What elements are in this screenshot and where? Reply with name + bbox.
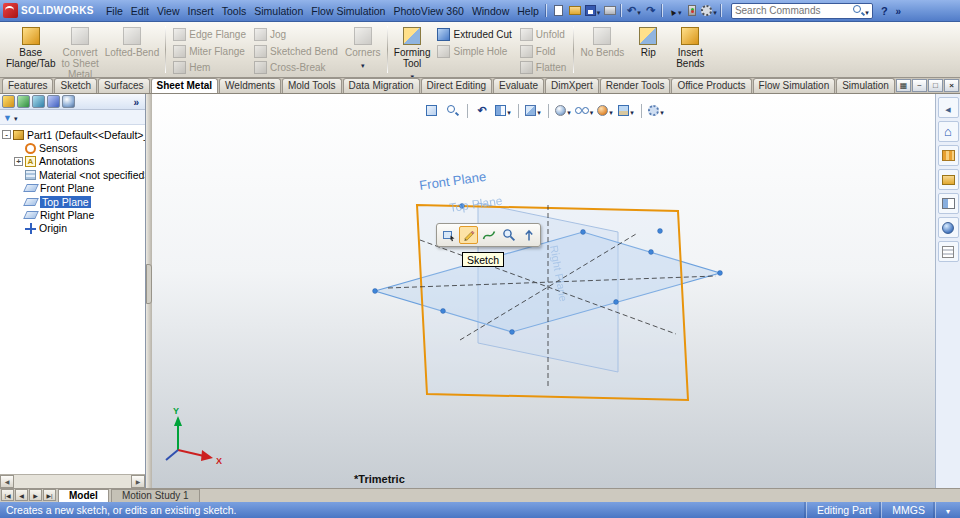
apply-scene-icon[interactable] [617,102,636,119]
3d-sketch-icon[interactable] [479,226,498,244]
new-document-icon[interactable] [550,2,567,20]
tab-mold-tools[interactable]: Mold Tools [282,78,342,93]
rip-button[interactable]: Rip [627,23,669,76]
tree-item-front-plane[interactable]: Front Plane [0,182,145,195]
hem-button[interactable]: Hem [169,59,250,76]
previous-tab-icon[interactable] [15,489,28,501]
filter-dropdown-icon[interactable] [14,111,18,123]
tab-data-migration[interactable]: Data Migration [343,78,420,93]
hide-show-items-icon[interactable] [575,102,594,119]
appearances-icon[interactable] [938,217,959,238]
tree-item-right-plane[interactable]: Right Plane [0,208,145,221]
section-view-icon[interactable] [494,102,513,119]
next-tab-icon[interactable] [29,489,42,501]
search-icon[interactable] [852,4,865,17]
configurationmanager-icon[interactable] [32,95,45,108]
tab-evaluate[interactable]: Evaluate [493,78,544,93]
redo-icon[interactable] [642,2,659,20]
menu-view[interactable]: View [153,0,184,22]
last-tab-icon[interactable] [43,489,56,501]
view-palette-icon[interactable] [938,193,959,214]
print-icon[interactable] [601,2,618,20]
cross-break-button[interactable]: Cross-Break [250,59,342,76]
toolbar-overflow-icon[interactable] [892,5,906,17]
file-explorer-icon[interactable] [938,169,959,190]
scroll-right-icon[interactable] [131,475,145,488]
select-icon[interactable] [666,2,683,20]
edge-flange-button[interactable]: Edge Flange [169,26,250,43]
menu-insert[interactable]: Insert [183,0,217,22]
tree-item-part[interactable]: Part1 (Default<<Default>_Displa [0,128,145,141]
tile-windows-icon[interactable] [896,79,911,92]
open-icon[interactable] [567,2,584,20]
edit-appearance-icon[interactable] [596,102,615,119]
forming-tool-dropdown-icon[interactable] [410,69,414,78]
corners-button[interactable]: Corners [342,23,384,76]
design-library-icon[interactable] [938,145,959,166]
miter-flange-button[interactable]: Miter Flange [169,43,250,60]
scrollbar-track[interactable] [14,475,131,488]
rebuild-icon[interactable] [683,2,700,20]
base-flange-tab-button[interactable]: Base Flange/Tab [3,23,58,76]
filter-icon[interactable] [3,111,12,123]
flatten-button[interactable]: Flatten [516,59,571,76]
units-label[interactable]: MMGS [881,502,935,518]
close-window-icon[interactable] [944,79,959,92]
menu-flow-simulation[interactable]: Flow Simulation [307,0,389,22]
insert-bends-button[interactable]: Insert Bends [669,23,711,76]
minimize-window-icon[interactable] [912,79,927,92]
panel-overflow-icon[interactable] [129,96,143,108]
previous-view-icon[interactable] [473,102,492,119]
tree-item-annotations[interactable]: Annotations [0,155,145,168]
tab-sheet-metal[interactable]: Sheet Metal [151,78,219,93]
sketched-bend-button[interactable]: Sketched Bend [250,43,342,60]
scroll-left-icon[interactable] [0,475,14,488]
help-icon[interactable]: ? [877,5,892,17]
display-style-icon[interactable] [554,102,573,119]
tree-item-origin[interactable]: Origin [0,222,145,235]
zoom-area-icon[interactable] [443,102,462,119]
search-dropdown-icon[interactable] [865,5,869,17]
first-tab-icon[interactable] [1,489,14,501]
tab-model[interactable]: Model [58,489,109,502]
normal-to-icon[interactable] [519,226,538,244]
menu-photoview-360[interactable]: PhotoView 360 [389,0,467,22]
view-orientation-icon[interactable] [524,102,543,119]
dimxpertmanager-icon[interactable] [47,95,60,108]
tab-direct-editing[interactable]: Direct Editing [421,78,492,93]
tree-item-material[interactable]: Material <not specified> [0,168,145,181]
forming-tool-button[interactable]: Forming Tool [391,23,434,76]
tab-dimxpert[interactable]: DimXpert [545,78,599,93]
search-box[interactable] [731,3,873,19]
home-icon[interactable] [938,121,959,142]
tab-sketch[interactable]: Sketch [54,78,97,93]
zoom-fit-icon[interactable] [422,102,441,119]
menu-tools[interactable]: Tools [218,0,251,22]
expander-icon[interactable] [2,130,11,139]
lofted-bend-button[interactable]: Lofted-Bend [102,23,163,76]
tree-item-sensors[interactable]: Sensors [0,141,145,154]
box-select-icon[interactable] [439,226,458,244]
sketch-icon[interactable] [459,226,478,244]
tab-features[interactable]: Features [2,78,53,93]
tab-surfaces[interactable]: Surfaces [98,78,149,93]
menu-file[interactable]: File [102,0,127,22]
save-icon[interactable] [584,2,602,20]
panel-horizontal-scrollbar[interactable] [0,474,145,488]
tab-motion-study-1[interactable]: Motion Study 1 [111,489,200,502]
menu-window[interactable]: Window [468,0,513,22]
menu-help[interactable]: Help [513,0,543,22]
jog-button[interactable]: Jog [250,26,342,43]
restore-window-icon[interactable] [928,79,943,92]
undo-icon[interactable] [625,2,642,20]
fold-button[interactable]: Fold [516,43,571,60]
tab-office-products[interactable]: Office Products [671,78,751,93]
simple-hole-button[interactable]: Simple Hole [433,43,515,60]
custom-properties-icon[interactable] [938,241,959,262]
menu-edit[interactable]: Edit [127,0,153,22]
extruded-cut-button[interactable]: Extruded Cut [433,26,515,43]
search-input[interactable] [735,5,852,16]
propertymanager-icon[interactable] [17,95,30,108]
featuremanager-icon[interactable] [2,95,15,108]
menu-simulation[interactable]: Simulation [250,0,307,22]
